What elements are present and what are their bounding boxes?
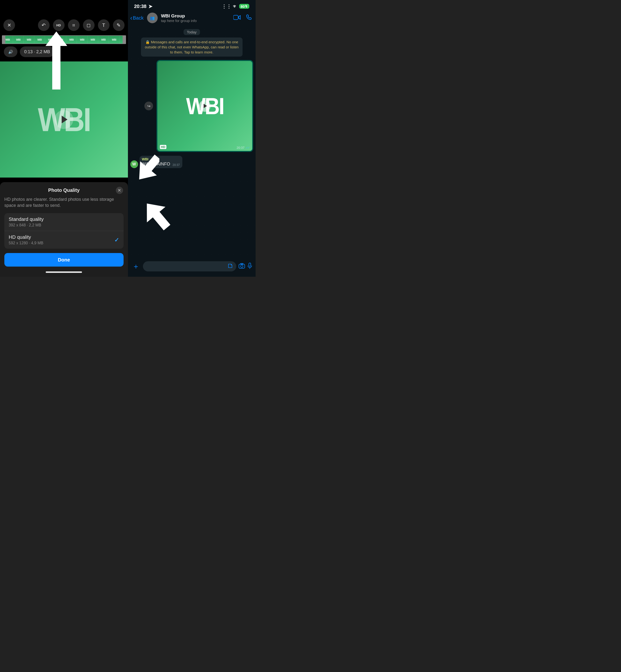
sheet-description: HD photos are clearer. Standard photos u… xyxy=(4,196,124,208)
option-subtitle: 592 x 1280 · 4,9 MB xyxy=(9,241,119,245)
trim-frame: WBI xyxy=(2,36,13,44)
wifi-icon: ᯤ xyxy=(233,4,238,9)
chat-title: WBI Group xyxy=(161,13,228,18)
statusbar-left: 20:38 ➤ xyxy=(134,3,153,9)
status-time: 20:38 xyxy=(134,4,147,9)
sheet-title: Photo Quality xyxy=(48,188,80,193)
pen-icon: ✎ xyxy=(117,22,121,28)
sticker-button[interactable]: ◻ xyxy=(83,19,94,31)
close-icon: ✕ xyxy=(7,22,11,28)
selected-check-icon: ✓ xyxy=(114,237,119,243)
forward-icon: ↪ xyxy=(147,104,151,108)
annotation-arrow-upleft xyxy=(142,200,171,231)
video-call-button[interactable] xyxy=(233,15,241,21)
option-subtitle: 392 x 848 · 2,2 MB xyxy=(9,223,119,227)
svg-rect-0 xyxy=(233,15,238,19)
hd-badge: HD xyxy=(160,145,166,149)
video-editor-screen: ✕ ↶ HD ⌗ ◻ T ✎ WBI WBI WBI WBI WBI WBI W… xyxy=(0,0,128,277)
mic-button[interactable] xyxy=(247,263,252,270)
encryption-banner[interactable]: 🔒 Messages and calls are end-to-end encr… xyxy=(141,38,243,56)
hd-quality-button[interactable]: HD xyxy=(53,19,65,31)
back-button[interactable]: ‹ Back xyxy=(130,14,143,22)
chat-screen: 20:38 ➤ ⋮⋮ ᯤ 80↯ ‹ Back 👥 WBI Group tap … xyxy=(128,0,256,277)
outgoing-media-bubble[interactable]: ↪ WBI HD 20:37 ✓✓ xyxy=(157,60,253,152)
encryption-text: Messages and calls are end-to-end encryp… xyxy=(145,40,239,54)
chat-input-bar: ＋ xyxy=(128,259,256,277)
crop-button[interactable]: ⌗ xyxy=(68,19,80,31)
option-title: HD quality xyxy=(9,234,119,240)
voice-call-button[interactable] xyxy=(246,14,252,22)
trim-frame: WBI xyxy=(24,36,34,44)
close-icon: ✕ xyxy=(118,188,121,193)
battery-badge: 80↯ xyxy=(239,4,249,9)
svg-rect-4 xyxy=(249,263,251,266)
home-indicator xyxy=(46,271,82,273)
volume-icon: 🔊 xyxy=(8,50,13,54)
text-icon: T xyxy=(102,23,105,28)
photo-quality-sheet: Photo Quality ✕ HD photos are clearer. S… xyxy=(0,182,128,277)
chat-title-area[interactable]: WBI Group tap here for group info xyxy=(161,13,228,23)
group-icon: 👥 xyxy=(150,16,155,20)
option-title: Standard quality xyxy=(9,216,119,222)
sticker-icon: ◻ xyxy=(87,22,91,28)
quality-option-hd[interactable]: HD quality 592 x 1280 · 4,9 MB ✓ xyxy=(4,231,124,249)
mute-button[interactable]: 🔊 xyxy=(4,46,17,57)
trim-frame: WBI xyxy=(66,36,77,44)
sticker-input-icon[interactable] xyxy=(227,263,233,270)
annotation-arrow-up xyxy=(45,32,67,89)
done-button[interactable]: Done xyxy=(4,253,124,267)
outgoing-time: 20:37 ✓✓ xyxy=(237,146,249,150)
hd-icon: HD xyxy=(56,24,61,27)
sender-avatar[interactable]: W xyxy=(130,160,138,168)
play-icon xyxy=(204,104,207,108)
crop-icon: ⌗ xyxy=(72,23,75,28)
close-button[interactable]: ✕ xyxy=(3,19,15,31)
trim-frame: WBI xyxy=(34,36,45,44)
camera-button[interactable] xyxy=(239,263,245,270)
statusbar-right: ⋮⋮ ᯤ 80↯ xyxy=(222,3,249,9)
bolt-icon: ↯ xyxy=(245,4,248,8)
date-pill: Today xyxy=(183,29,200,35)
trim-frame: WBI xyxy=(77,36,88,44)
undo-icon: ↶ xyxy=(42,22,46,28)
forward-button[interactable]: ↪ xyxy=(144,102,153,110)
quality-options-list: Standard quality 392 x 848 · 2,2 MB HD q… xyxy=(4,213,124,249)
trim-frame: WBI xyxy=(88,36,98,44)
annotation-arrow-down xyxy=(137,154,159,183)
editor-toolbar: ✕ ↶ HD ⌗ ◻ T ✎ xyxy=(0,0,128,35)
location-icon: ➤ xyxy=(149,3,153,9)
chevron-left-icon: ‹ xyxy=(130,14,132,22)
media-thumbnail[interactable]: WBI HD 20:37 ✓✓ xyxy=(157,61,252,151)
status-bar: 20:38 ➤ ⋮⋮ ᯤ 80↯ xyxy=(128,0,256,11)
quality-option-standard[interactable]: Standard quality 392 x 848 · 2,2 MB xyxy=(4,213,124,231)
media-play-button[interactable] xyxy=(199,100,211,112)
message-input[interactable] xyxy=(143,261,237,271)
chat-body[interactable]: Today 🔒 Messages and calls are end-to-en… xyxy=(128,26,256,259)
undo-button[interactable]: ↶ xyxy=(38,19,50,31)
back-label: Back xyxy=(133,15,143,21)
trim-frame: WBI xyxy=(13,36,24,44)
text-button[interactable]: T xyxy=(98,19,110,31)
trim-frame: WBI xyxy=(109,36,119,44)
attach-button[interactable]: ＋ xyxy=(131,262,140,271)
trim-frame: WBI xyxy=(98,36,109,44)
play-button[interactable] xyxy=(54,110,73,129)
chat-subtitle: tap here for group info xyxy=(161,18,228,23)
signal-icon: ⋮⋮ xyxy=(222,3,232,9)
lock-icon: 🔒 xyxy=(145,40,150,44)
sheet-close-button[interactable]: ✕ xyxy=(116,187,123,194)
play-icon xyxy=(62,116,68,123)
chat-header: ‹ Back 👥 WBI Group tap here for group in… xyxy=(128,11,256,26)
incoming-time: 20:37 xyxy=(172,163,180,167)
svg-point-2 xyxy=(241,265,243,268)
read-checks-icon: ✓✓ xyxy=(245,146,249,150)
draw-button[interactable]: ✎ xyxy=(113,19,125,31)
group-avatar[interactable]: 👥 xyxy=(147,12,158,23)
